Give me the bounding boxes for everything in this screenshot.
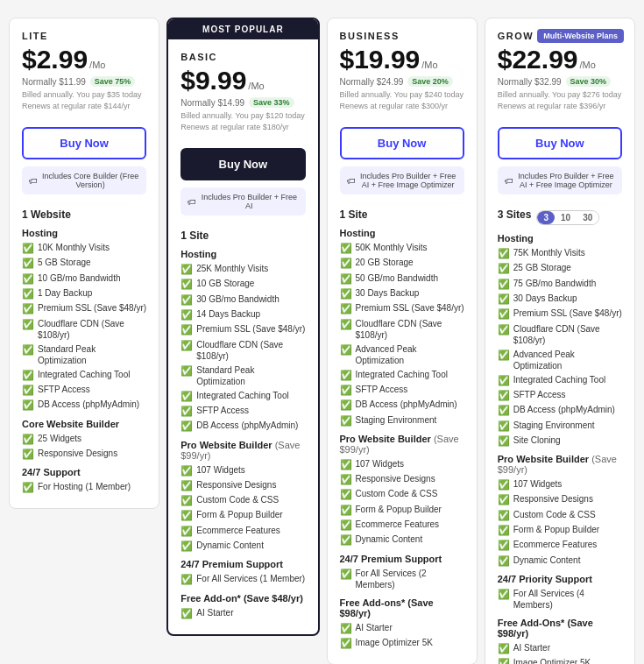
plan-body-grow: 3 Sites 31030Hosting ✅ 75K Monthly Visit… xyxy=(485,203,634,664)
feature-text-grow-1-5: Dynamic Content xyxy=(513,555,581,566)
check-icon-grow-0-2: ✅ xyxy=(498,278,510,290)
plan-billing-lite: Billed annually. You pay $35 todayRenews… xyxy=(22,89,146,111)
includes-icon-business: 🏷 xyxy=(347,176,356,186)
feature-text-business-3-0: AI Starter xyxy=(356,622,393,633)
section-title-lite-1: Core Website Builder xyxy=(22,419,146,429)
section-title-lite-0: Hosting xyxy=(22,228,146,238)
feature-text-business-0-0: 50K Monthly Visits xyxy=(356,242,428,253)
check-icon-basic-1-5: ✅ xyxy=(180,540,193,552)
check-icon-business-1-1: ✅ xyxy=(340,473,352,485)
includes-box-basic: 🏷 Includes Pro Builder + Free AI xyxy=(180,187,305,215)
feature-text-lite-0-6: Standard Peak Optimization xyxy=(38,343,146,366)
buy-button-basic[interactable]: Buy Now xyxy=(180,148,305,180)
feature-text-basic-0-4: Premium SSL (Save $48/yr) xyxy=(196,323,305,335)
plan-normal-price-business: Normally $24.99 xyxy=(340,77,404,87)
includes-text-grow: Includes Pro Builder + Free AI + Free Im… xyxy=(517,172,615,189)
check-icon-grow-0-1: ✅ xyxy=(498,262,510,274)
plan-sites-lite: 1 Website xyxy=(22,208,146,221)
check-icon-grow-0-8: ✅ xyxy=(498,389,510,401)
feature-item-grow-1-1: ✅ Responsive Designs xyxy=(498,493,622,505)
plan-normal-price-lite: Normally $11.99 xyxy=(22,77,86,87)
plan-price-mo-business: /Mo xyxy=(421,60,437,70)
feature-item-grow-0-7: ✅ Integrated Caching Tool xyxy=(498,374,622,386)
feature-text-business-0-2: 50 GB/mo Bandwidth xyxy=(356,272,439,284)
feature-text-grow-1-2: Custom Code & CSS xyxy=(513,509,596,520)
section-title-basic-3: Free Add-on* (Save $48/yr) xyxy=(180,593,305,604)
check-icon-lite-2-0: ✅ xyxy=(22,481,34,493)
feature-text-business-0-6: Advanced Peak Optimization xyxy=(356,343,464,366)
check-icon-business-0-4: ✅ xyxy=(340,302,352,314)
plan-price-business: $19.99 xyxy=(340,45,421,74)
feature-text-lite-1-0: 25 Widgets xyxy=(38,433,81,444)
plan-header-business: BUSINESS $19.99 /Mo Normally $24.99 Save… xyxy=(328,18,477,120)
check-icon-basic-2-0: ✅ xyxy=(180,573,193,585)
feature-text-grow-1-3: Form & Popup Builder xyxy=(513,524,599,535)
check-icon-basic-1-3: ✅ xyxy=(180,509,193,521)
check-icon-lite-0-2: ✅ xyxy=(22,272,34,285)
feature-item-grow-3-0: ✅ AI Starter xyxy=(498,642,622,654)
check-icon-business-1-3: ✅ xyxy=(340,504,352,516)
feature-text-grow-1-1: Responsive Designs xyxy=(513,493,593,505)
feature-item-grow-0-0: ✅ 75K Monthly Visits xyxy=(498,247,622,259)
feature-item-lite-0-1: ✅ 5 GB Storage xyxy=(22,257,146,269)
feature-item-lite-0-9: ✅ DB Access (phpMyAdmin) xyxy=(22,399,146,411)
sites-option-3[interactable]: 3 xyxy=(537,211,555,224)
includes-text-business: Includes Pro Builder + Free AI + Free Im… xyxy=(359,172,457,189)
feature-text-basic-0-3: 14 Days Backup xyxy=(196,308,260,320)
feature-text-business-1-1: Responsive Designs xyxy=(356,473,435,484)
plan-price-basic: $9.99 xyxy=(180,66,246,95)
feature-text-basic-0-6: Standard Peak Optimization xyxy=(196,364,305,387)
feature-item-business-1-0: ✅ 107 Widgets xyxy=(340,458,464,470)
check-icon-grow-1-2: ✅ xyxy=(498,509,510,521)
feature-text-basic-1-4: Ecommerce Features xyxy=(196,525,280,536)
sites-row-grow: 3 Sites 31030 xyxy=(498,208,622,226)
sites-selector-grow[interactable]: 31030 xyxy=(536,210,599,225)
check-icon-basic-0-7: ✅ xyxy=(180,390,193,402)
feature-text-business-0-10: Staging Environment xyxy=(356,414,437,426)
feature-item-business-0-1: ✅ 20 GB Storage xyxy=(340,257,464,269)
plan-name-lite: LITE xyxy=(22,31,146,41)
feature-item-grow-1-3: ✅ Form & Popup Builder xyxy=(498,524,622,536)
feature-item-grow-1-4: ✅ Ecommerce Features xyxy=(498,539,622,551)
sites-option-30[interactable]: 30 xyxy=(577,211,598,224)
check-icon-basic-0-9: ✅ xyxy=(180,420,193,432)
check-icon-basic-0-2: ✅ xyxy=(180,293,193,306)
check-icon-basic-0-0: ✅ xyxy=(180,263,193,275)
feature-text-lite-0-1: 5 GB Storage xyxy=(38,257,91,268)
plan-price-grow: $22.99 xyxy=(498,45,578,74)
buy-button-grow[interactable]: Buy Now xyxy=(498,127,622,159)
feature-text-basic-0-0: 25K Monthly Visits xyxy=(196,263,268,274)
check-icon-business-1-0: ✅ xyxy=(340,458,352,470)
plan-card-business: BUSINESS $19.99 /Mo Normally $24.99 Save… xyxy=(327,18,478,664)
check-icon-grow-3-0: ✅ xyxy=(498,642,510,654)
check-icon-business-0-10: ✅ xyxy=(340,414,352,427)
plan-save-badge-basic: Save 33% xyxy=(249,97,294,108)
feature-text-business-0-8: SFTP Access xyxy=(356,384,408,395)
feature-item-business-3-1: ✅ Image Optimizer 5K xyxy=(340,637,464,649)
multi-website-badge[interactable]: Multi-Website Plans xyxy=(537,29,624,43)
feature-item-lite-2-0: ✅ For Hosting (1 Member) xyxy=(22,481,146,493)
plan-card-grow: Multi-Website Plans GROW $22.99 /Mo Norm… xyxy=(485,18,635,664)
feature-text-business-1-4: Ecommerce Features xyxy=(356,519,440,530)
check-icon-grow-0-6: ✅ xyxy=(498,349,510,361)
buy-button-business[interactable]: Buy Now xyxy=(340,127,464,159)
feature-item-lite-0-4: ✅ Premium SSL (Save $48/yr) xyxy=(22,302,146,314)
feature-item-grow-0-6: ✅ Advanced Peak Optimization xyxy=(498,349,622,371)
check-icon-basic-1-2: ✅ xyxy=(180,494,193,506)
feature-item-grow-0-8: ✅ SFTP Access xyxy=(498,389,622,401)
feature-item-grow-1-2: ✅ Custom Code & CSS xyxy=(498,509,622,521)
check-icon-grow-3-1: ✅ xyxy=(498,657,510,664)
check-icon-grow-0-3: ✅ xyxy=(498,293,510,305)
plans-container: LITE $2.99 /Mo Normally $11.99 Save 75% … xyxy=(9,18,635,664)
feature-text-grow-3-1: Image Optimizer 5K xyxy=(513,657,591,664)
check-icon-grow-0-9: ✅ xyxy=(498,404,510,416)
feature-text-lite-0-3: 1 Day Backup xyxy=(38,287,92,299)
feature-item-basic-0-9: ✅ DB Access (phpMyAdmin) xyxy=(180,420,305,432)
check-icon-basic-0-1: ✅ xyxy=(180,278,193,290)
feature-item-basic-0-0: ✅ 25K Monthly Visits xyxy=(180,263,305,275)
plan-header-lite: LITE $2.99 /Mo Normally $11.99 Save 75% … xyxy=(10,18,159,120)
feature-text-business-1-5: Dynamic Content xyxy=(356,533,423,545)
section-title-grow-1: Pro Website Builder (Save $99/yr) xyxy=(498,454,622,475)
sites-option-10[interactable]: 10 xyxy=(555,211,577,224)
buy-button-lite[interactable]: Buy Now xyxy=(22,127,146,159)
